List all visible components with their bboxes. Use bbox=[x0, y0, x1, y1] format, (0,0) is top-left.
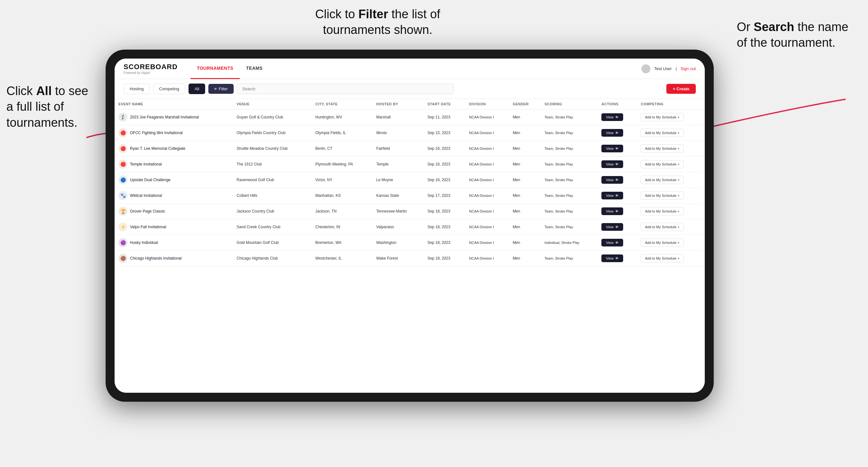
actions-0: View 👁 bbox=[597, 110, 637, 125]
nav-teams[interactable]: TEAMS bbox=[240, 59, 269, 79]
venue-7: Sand Creek Country Club bbox=[233, 219, 311, 235]
logo-title: SCOREBOARD bbox=[124, 63, 178, 71]
competing-6: Add to My Schedule + bbox=[637, 204, 705, 219]
hosted-9: Wake Forest bbox=[372, 251, 424, 266]
col-venue: VENUE bbox=[233, 99, 311, 110]
add-schedule-button-7[interactable]: Add to My Schedule + bbox=[641, 223, 684, 231]
view-button-0[interactable]: View 👁 bbox=[601, 113, 623, 121]
venue-4: Ravenwood Golf Club bbox=[233, 172, 311, 188]
event-name-cell-1: 🔴 OFCC Fighting Illini Invitational bbox=[115, 125, 233, 141]
tablet-screen: SCOREBOARD Powered by clippd TOURNAMENTS… bbox=[115, 59, 705, 393]
filter-button[interactable]: ≡ Filter bbox=[208, 84, 233, 94]
annotation-left: Click All to see a full list of tourname… bbox=[6, 83, 96, 131]
city-3: Plymouth Meeting, PA bbox=[311, 157, 372, 172]
table-row: 🏆 Grover Page Classic Jackson Country Cl… bbox=[115, 204, 705, 219]
event-name-0: 2023 Joe Feaganes Marshall Invitational bbox=[130, 115, 199, 119]
event-name-1: OFCC Fighting Illini Invitational bbox=[130, 131, 183, 135]
scoring-0: Team, Stroke Play bbox=[540, 110, 597, 125]
logo-subtitle: Powered by clippd bbox=[124, 71, 178, 74]
competing-7: Add to My Schedule + bbox=[637, 219, 705, 235]
avatar bbox=[642, 64, 650, 73]
eye-icon: 👁 bbox=[615, 178, 619, 182]
add-schedule-button-5[interactable]: Add to My Schedule + bbox=[641, 191, 684, 200]
venue-9: Chicago Highlands Club bbox=[233, 251, 311, 266]
division-0: NCAA Division I bbox=[465, 110, 509, 125]
add-schedule-button-3[interactable]: Add to My Schedule + bbox=[641, 160, 684, 168]
city-2: Berlin, CT bbox=[311, 141, 372, 157]
venue-3: The 1912 Club bbox=[233, 157, 311, 172]
view-button-6[interactable]: View 👁 bbox=[601, 208, 623, 215]
division-8: NCAA Division I bbox=[465, 235, 509, 251]
view-button-8[interactable]: View 👁 bbox=[601, 239, 623, 246]
view-label: View bbox=[606, 241, 614, 245]
event-name-7: Valpo Fall Invitational bbox=[130, 225, 166, 229]
table-row: 🟤 Chicago Highlands Invitational Chicago… bbox=[115, 251, 705, 266]
city-7: Chesterton, IN bbox=[311, 219, 372, 235]
view-button-5[interactable]: View 👁 bbox=[601, 192, 623, 199]
add-schedule-button-1[interactable]: Add to My Schedule + bbox=[641, 129, 684, 137]
date-2: Sep 16, 2023 bbox=[424, 141, 465, 157]
event-name-cell-8: 🟣 Husky Individual bbox=[115, 235, 233, 251]
scoring-4: Team, Stroke Play bbox=[540, 172, 597, 188]
view-label: View bbox=[606, 131, 614, 135]
add-schedule-button-4[interactable]: Add to My Schedule + bbox=[641, 176, 684, 184]
hosted-4: Le Moyne bbox=[372, 172, 424, 188]
col-competing: COMPETING bbox=[637, 99, 705, 110]
create-button[interactable]: + Create bbox=[666, 84, 696, 94]
division-9: NCAA Division I bbox=[465, 251, 509, 266]
view-button-7[interactable]: View 👁 bbox=[601, 223, 623, 231]
view-label: View bbox=[606, 115, 614, 119]
logo: SCOREBOARD Powered by clippd bbox=[124, 63, 178, 74]
event-name-5: Wildcat Invitational bbox=[130, 193, 162, 198]
scoring-1: Team, Stroke Play bbox=[540, 125, 597, 141]
view-button-1[interactable]: View 👁 bbox=[601, 129, 623, 137]
view-button-3[interactable]: View 👁 bbox=[601, 160, 623, 168]
competing-5: Add to My Schedule + bbox=[637, 188, 705, 204]
event-name-cell-7: ⚡ Valpo Fall Invitational bbox=[115, 219, 233, 235]
date-0: Sep 11, 2023 bbox=[424, 110, 465, 125]
competing-9: Add to My Schedule + bbox=[637, 251, 705, 266]
tab-competing[interactable]: Competing bbox=[153, 84, 185, 94]
add-schedule-button-2[interactable]: Add to My Schedule + bbox=[641, 144, 684, 153]
actions-9: View 👁 bbox=[597, 251, 637, 266]
hosted-6: Tennessee-Martin bbox=[372, 204, 424, 219]
scoring-3: Team, Stroke Play bbox=[540, 157, 597, 172]
tablet-device: SCOREBOARD Powered by clippd TOURNAMENTS… bbox=[105, 50, 714, 402]
eye-icon: 👁 bbox=[615, 241, 619, 245]
date-4: Sep 16, 2023 bbox=[424, 172, 465, 188]
add-schedule-button-8[interactable]: Add to My Schedule + bbox=[641, 239, 684, 247]
view-button-9[interactable]: View 👁 bbox=[601, 254, 623, 262]
view-button-4[interactable]: View 👁 bbox=[601, 176, 623, 184]
gender-6: Men bbox=[509, 204, 540, 219]
date-7: Sep 18, 2023 bbox=[424, 219, 465, 235]
view-label: View bbox=[606, 225, 614, 229]
event-name-2: Ryan T. Lee Memorial Collegiate bbox=[130, 146, 185, 151]
annotation-top: Click to Filter the list oftournaments s… bbox=[282, 6, 474, 38]
table-row: 🐾 Wildcat Invitational Colbert Hills Man… bbox=[115, 188, 705, 204]
gender-0: Men bbox=[509, 110, 540, 125]
add-schedule-button-6[interactable]: Add to My Schedule + bbox=[641, 207, 684, 215]
col-scoring: SCORING bbox=[540, 99, 597, 110]
eye-icon: 👁 bbox=[615, 162, 619, 166]
tab-hosting[interactable]: Hosting bbox=[124, 84, 150, 94]
search-input[interactable] bbox=[237, 84, 454, 94]
event-name-9: Chicago Highlands Invitational bbox=[130, 256, 182, 260]
venue-1: Olympia Fields Country Club bbox=[233, 125, 311, 141]
signout-link[interactable]: Sign out bbox=[680, 66, 696, 71]
table-row: 🔴 OFCC Fighting Illini Invitational Olym… bbox=[115, 125, 705, 141]
table-row: 🔴 Temple Invitational The 1912 Club Plym… bbox=[115, 157, 705, 172]
tab-all[interactable]: All bbox=[188, 84, 205, 94]
team-logo-9: 🟤 bbox=[118, 254, 127, 263]
scoring-6: Team, Stroke Play bbox=[540, 204, 597, 219]
competing-1: Add to My Schedule + bbox=[637, 125, 705, 141]
division-6: NCAA Division I bbox=[465, 204, 509, 219]
col-city: CITY, STATE bbox=[311, 99, 372, 110]
add-schedule-button-0[interactable]: Add to My Schedule + bbox=[641, 113, 684, 121]
view-button-2[interactable]: View 👁 bbox=[601, 145, 623, 152]
filter-icon: ≡ bbox=[214, 86, 217, 91]
annotation-right: Or Search the name of the tournament. bbox=[737, 19, 859, 51]
event-name-cell-2: 🔴 Ryan T. Lee Memorial Collegiate bbox=[115, 141, 233, 157]
gender-7: Men bbox=[509, 219, 540, 235]
nav-tournaments[interactable]: TOURNAMENTS bbox=[190, 59, 240, 79]
add-schedule-button-9[interactable]: Add to My Schedule + bbox=[641, 254, 684, 262]
